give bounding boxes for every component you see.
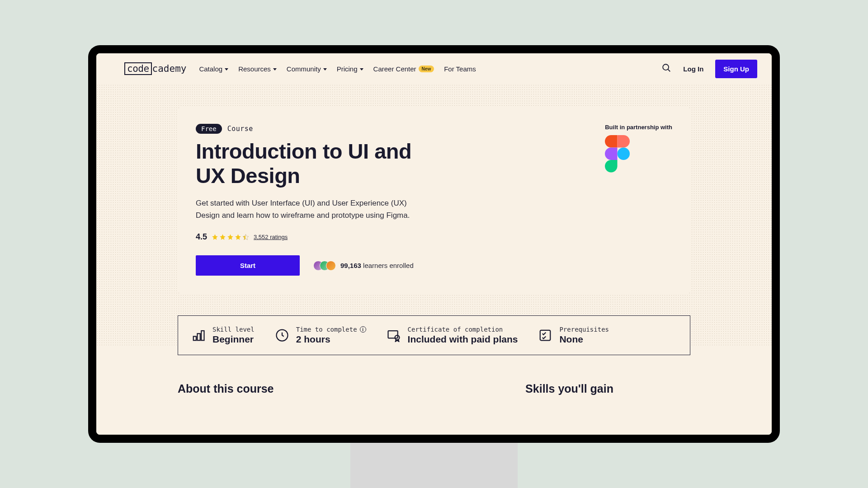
login-link[interactable]: Log In — [683, 65, 703, 73]
nav-items: Catalog Resources Community Pricing Care… — [199, 65, 476, 73]
top-nav: codecademy Catalog Resources Community P… — [96, 53, 772, 84]
svg-rect-4 — [198, 334, 200, 341]
new-badge: New — [419, 66, 434, 72]
nav-for-teams[interactable]: For Teams — [444, 65, 476, 73]
star-icon — [235, 234, 241, 240]
nav-pricing[interactable]: Pricing — [337, 65, 363, 73]
nav-label: Pricing — [337, 65, 358, 73]
learners-suffix: learners enrolled — [363, 262, 414, 269]
course-title: Introduction to UI and UX Design — [196, 139, 431, 188]
nav-right: Log In Sign Up — [661, 60, 757, 78]
hero-partner: Built in partnership with — [605, 124, 672, 276]
stat-certificate: Certificate of completion Included with … — [387, 326, 518, 345]
course-type: Course — [227, 125, 253, 133]
star-icon — [212, 234, 218, 240]
course-description: Get started with User Interface (UI) and… — [196, 197, 431, 221]
star-icon — [219, 234, 226, 240]
stat-skill-level: Skill level Beginner — [192, 326, 255, 345]
stat-value: Included with paid plans — [408, 334, 518, 345]
avatar — [326, 261, 336, 271]
chevron-down-icon — [360, 68, 363, 70]
svg-point-0 — [663, 64, 669, 70]
monitor-stand — [350, 443, 518, 488]
logo-rest: cademy — [152, 63, 187, 74]
stat-value: Beginner — [212, 334, 255, 345]
hero-main: Free Course Introduction to UI and UX De… — [196, 124, 431, 276]
ratings-count-link[interactable]: 3,552 ratings — [254, 234, 288, 240]
avatar-stack — [313, 261, 336, 271]
nav-label: Resources — [238, 65, 271, 73]
chevron-down-icon — [225, 68, 228, 70]
search-icon[interactable] — [661, 63, 671, 75]
star-rating — [212, 234, 249, 240]
learners-count: 99,163 — [340, 262, 361, 269]
certificate-icon — [387, 328, 401, 342]
nav-label: For Teams — [444, 65, 476, 73]
svg-rect-3 — [193, 337, 196, 341]
svg-point-2 — [618, 148, 630, 160]
monitor-frame: codecademy Catalog Resources Community P… — [88, 45, 780, 443]
clock-icon — [275, 328, 289, 342]
sections: About this course Skills you'll gain — [178, 382, 690, 395]
content: Free Course Introduction to UI and UX De… — [96, 84, 772, 395]
stat-label: Time to complete i — [296, 326, 366, 333]
badge-row: Free Course — [196, 124, 431, 134]
chevron-down-icon — [323, 68, 327, 70]
skills-heading: Skills you'll gain — [525, 382, 613, 395]
svg-point-8 — [395, 335, 399, 340]
rating-value: 4.5 — [196, 232, 207, 242]
nav-resources[interactable]: Resources — [238, 65, 277, 73]
nav-community[interactable]: Community — [287, 65, 327, 73]
stat-value: 2 hours — [296, 334, 366, 345]
rating-row: 4.5 3,552 ratings — [196, 232, 431, 242]
svg-rect-7 — [388, 331, 397, 338]
figma-logo-icon — [605, 135, 630, 173]
chevron-down-icon — [273, 68, 277, 70]
signup-button[interactable]: Sign Up — [715, 60, 757, 78]
nav-label: Catalog — [199, 65, 222, 73]
nav-label: Career Center — [373, 65, 416, 73]
screen: codecademy Catalog Resources Community P… — [96, 53, 772, 435]
logo[interactable]: codecademy — [124, 62, 186, 75]
stats-bar: Skill level Beginner Time to complete i … — [178, 315, 690, 355]
logo-boxed: code — [124, 62, 152, 75]
stat-label: Skill level — [212, 326, 255, 333]
stat-prerequisites: Prerequisites None — [538, 326, 609, 345]
star-icon — [227, 234, 234, 240]
learners-enrolled: 99,163 learners enrolled — [313, 261, 414, 271]
free-badge: Free — [196, 124, 222, 134]
about-heading: About this course — [178, 382, 274, 395]
nav-catalog[interactable]: Catalog — [199, 65, 228, 73]
svg-rect-5 — [201, 331, 204, 340]
stat-label: Prerequisites — [559, 326, 609, 333]
star-half-icon — [242, 234, 249, 240]
stat-time: Time to complete i 2 hours — [275, 326, 366, 345]
info-icon[interactable]: i — [360, 326, 366, 333]
svg-rect-9 — [540, 330, 551, 341]
checklist-icon — [538, 328, 552, 342]
stat-value: None — [559, 334, 609, 345]
nav-career-center[interactable]: Career Center New — [373, 65, 434, 73]
learners-text: 99,163 learners enrolled — [340, 262, 414, 269]
partner-label: Built in partnership with — [605, 124, 672, 131]
bar-chart-icon — [192, 328, 205, 342]
cta-row: Start 99,163 learners enrolled — [196, 255, 431, 276]
hero-card: Free Course Introduction to UI and UX De… — [178, 107, 690, 294]
start-button[interactable]: Start — [196, 255, 300, 276]
nav-label: Community — [287, 65, 321, 73]
svg-line-1 — [668, 70, 670, 72]
stat-label: Certificate of completion — [408, 326, 518, 333]
